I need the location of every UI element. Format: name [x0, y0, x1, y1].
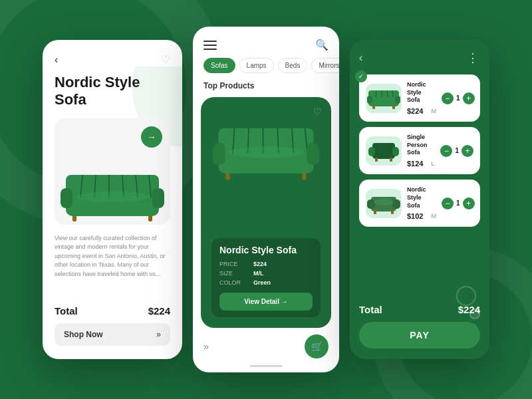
color-value: Green	[253, 279, 271, 286]
product-name: Nordic Style Sofa	[219, 245, 313, 255]
screen3: ‹ ⋮ ✓ Nordic St	[350, 40, 489, 359]
category-sofas[interactable]: Sofas	[203, 58, 235, 73]
more-options-icon[interactable]: ⋮	[467, 51, 480, 65]
qty-control-2: − 1 +	[440, 145, 473, 157]
view-detail-button[interactable]: View Detail →	[219, 293, 313, 311]
cart-item-1-size: M	[431, 108, 436, 114]
total-label: Total	[55, 305, 78, 317]
wishlist-icon[interactable]: ♡	[161, 53, 170, 66]
screen3-total-label: Total	[359, 304, 382, 315]
screen3-back-button[interactable]: ‹	[359, 52, 362, 64]
category-tabs: Sofas Lamps Beds Mirrors Tables	[193, 58, 339, 81]
shop-now-label: Shop Now	[64, 330, 103, 339]
svg-rect-48	[391, 210, 394, 214]
cart-item-2-price: $124	[407, 160, 423, 168]
category-beds[interactable]: Beds	[278, 58, 308, 73]
product-card: ♡	[201, 97, 331, 328]
search-icon[interactable]: 🔍	[315, 39, 329, 51]
cart-item-2-size: L	[431, 160, 434, 167]
decorative-circle-1	[456, 286, 476, 306]
cart-item-3: Nordic StyleSofa $102 M − 1 +	[359, 180, 480, 227]
product-image-card: →	[55, 118, 170, 225]
cart-item-2: Single PersonSofa $124 L − 1 +	[359, 127, 480, 174]
svg-point-13	[76, 192, 149, 202]
total-price: $224	[148, 305, 170, 317]
qty-plus-1[interactable]: +	[463, 92, 475, 104]
cart-item-3-price: $102	[407, 212, 423, 220]
category-lamps[interactable]: Lamps	[239, 58, 274, 73]
sofa-image-large	[59, 158, 166, 225]
cart-item-3-name: Nordic StyleSofa	[407, 186, 436, 209]
product-heart-icon[interactable]: ♡	[313, 106, 322, 117]
pay-button[interactable]: PAY	[359, 322, 480, 348]
svg-rect-28	[368, 90, 399, 97]
cart-icon: 🛒	[311, 341, 323, 352]
price-value: $224	[253, 261, 267, 267]
qty-num-3: 1	[456, 200, 460, 207]
scroll-indicator	[249, 365, 283, 367]
check-badge-1: ✓	[355, 70, 367, 82]
cart-item-1-image	[366, 84, 402, 113]
qty-minus-3[interactable]: −	[442, 198, 454, 209]
qty-control-1: − 1 +	[442, 92, 475, 104]
hamburger-menu[interactable]	[203, 41, 217, 50]
qty-num-1: 1	[456, 94, 460, 102]
product-info-panel: Nordic Style Sofa PRICE $224 SIZE M/L CO…	[211, 238, 321, 317]
screen1: ‹ ♡ Nordic Style Sofa →	[43, 40, 182, 359]
nav-arrows-icon[interactable]: »	[203, 341, 209, 352]
svg-rect-34	[395, 96, 400, 104]
shop-now-arrows-icon: »	[156, 330, 161, 339]
svg-rect-11	[61, 188, 72, 208]
screens-container: ‹ ♡ Nordic Style Sofa →	[43, 27, 489, 372]
decorative-circle-2	[469, 309, 480, 319]
back-button[interactable]: ‹	[55, 54, 58, 66]
size-label: SIZE	[219, 270, 243, 277]
cart-item-1-price: $224	[407, 107, 423, 115]
svg-rect-38	[372, 143, 395, 150]
svg-rect-41	[375, 158, 378, 162]
cart-item-2-info: Single PersonSofa $124 L	[407, 134, 435, 168]
cart-item-3-size: M	[431, 213, 436, 219]
svg-rect-24	[213, 143, 225, 165]
cart-item-2-name: Single PersonSofa	[407, 134, 435, 157]
qty-minus-2[interactable]: −	[440, 145, 452, 157]
qty-control-3: − 1 +	[442, 198, 475, 209]
svg-rect-40	[392, 147, 399, 156]
svg-point-26	[229, 146, 303, 158]
svg-rect-39	[368, 147, 375, 156]
price-label: PRICE	[219, 261, 243, 267]
size-value: M/L	[253, 270, 264, 277]
product-sofa-image	[211, 108, 321, 231]
svg-point-49	[374, 199, 394, 205]
cart-item-3-info: Nordic StyleSofa $102 M	[407, 186, 436, 220]
svg-rect-36	[392, 105, 395, 109]
qty-plus-3[interactable]: +	[463, 198, 475, 209]
screen2: 🔍 Sofas Lamps Beds Mirrors Tables Top Pr…	[193, 27, 339, 372]
cart-item-1-info: Nordic StyleSofa $224 M	[407, 81, 436, 115]
cart-item-3-image	[366, 189, 402, 218]
svg-rect-12	[152, 188, 164, 208]
svg-rect-47	[374, 210, 376, 214]
section-title: Top Products	[193, 81, 339, 97]
cart-item-2-image	[366, 136, 402, 166]
svg-rect-42	[390, 158, 392, 162]
next-fab[interactable]: →	[141, 126, 162, 148]
shop-now-button[interactable]: Shop Now »	[55, 323, 170, 346]
color-label: COLOR	[219, 279, 243, 286]
svg-rect-45	[367, 200, 375, 209]
cart-item-1-name: Nordic StyleSofa	[407, 81, 436, 104]
category-mirrors[interactable]: Mirrors	[311, 58, 339, 73]
svg-rect-46	[392, 200, 400, 209]
svg-rect-35	[372, 105, 375, 109]
qty-num-2: 1	[455, 147, 459, 154]
qty-plus-2[interactable]: +	[462, 145, 473, 157]
svg-rect-33	[367, 96, 372, 104]
cart-item-1: ✓ Nordic StyleSofa $224	[359, 74, 480, 122]
qty-minus-1[interactable]: −	[442, 92, 454, 104]
product-description: View our carefully curated collection of…	[55, 234, 170, 297]
svg-rect-25	[307, 143, 319, 165]
cart-button[interactable]: 🛒	[305, 334, 329, 358]
